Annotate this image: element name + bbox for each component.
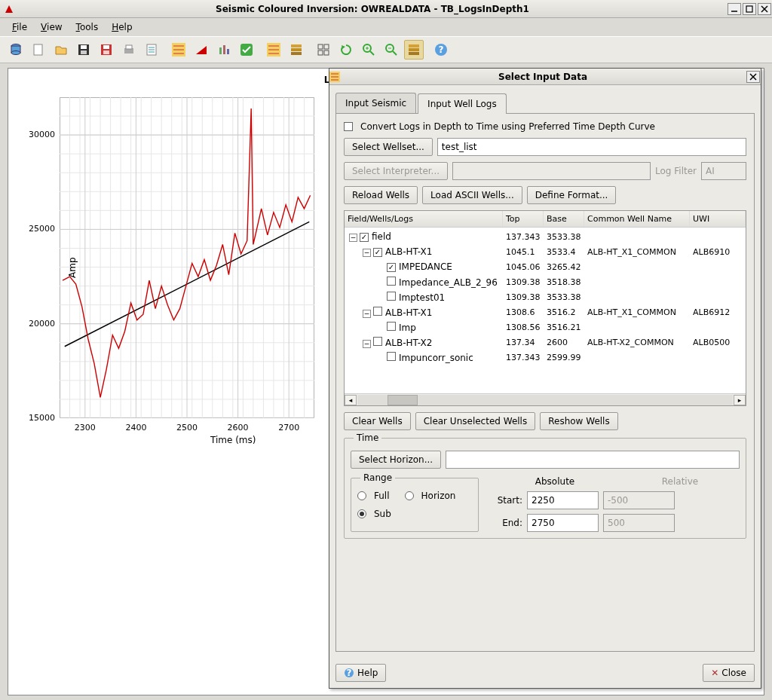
col-base[interactable]: Base [544, 211, 584, 227]
radio-horizon[interactable] [405, 491, 414, 500]
clear-wells-button[interactable]: Clear Wells [344, 412, 411, 430]
wells-tree[interactable]: Field/Wells/Logs Top Base Common Well Na… [344, 210, 746, 406]
svg-rect-30 [291, 52, 302, 55]
row-checkbox[interactable] [387, 322, 396, 331]
tree-row[interactable]: Impuncorr_sonic137.3432599.99 [345, 350, 746, 365]
reshow-wells-button[interactable]: Reshow Wells [540, 412, 617, 430]
col-uwi[interactable]: UWI [690, 211, 746, 227]
scroll-right-icon[interactable]: ▸ [734, 395, 746, 405]
scroll-left-icon[interactable]: ◂ [345, 395, 357, 405]
svg-rect-13 [103, 45, 109, 49]
define-format-button[interactable]: Define Format... [527, 186, 617, 204]
tree-row[interactable]: −✓field137.3433533.38 [345, 229, 746, 244]
wedge-icon[interactable] [191, 40, 211, 60]
row-checkbox[interactable] [373, 307, 382, 316]
print-icon[interactable] [119, 40, 139, 60]
svg-rect-34 [324, 50, 329, 55]
svg-marker-0 [5, 5, 13, 13]
rel-start-input [603, 491, 675, 509]
row-checkbox[interactable] [373, 337, 382, 346]
row-checkbox[interactable] [387, 277, 396, 286]
row-checkbox[interactable]: ✓ [373, 248, 382, 257]
horizon-input[interactable] [446, 451, 740, 469]
expand-icon[interactable]: − [363, 310, 371, 318]
wellset-input[interactable] [437, 138, 746, 156]
bars-icon[interactable] [214, 40, 234, 60]
zoom-out-icon[interactable] [381, 40, 401, 60]
expand-icon[interactable]: − [363, 249, 371, 257]
reload-wells-button[interactable]: Reload Wells [344, 186, 418, 204]
tree-row[interactable]: −ALB-HT-X2137.342600ALB-HT-X2_COMMONALB0… [345, 335, 746, 350]
radio-full[interactable] [357, 491, 366, 500]
row-name: field [372, 231, 391, 242]
col-top[interactable]: Top [503, 211, 544, 227]
tab-input-well-logs[interactable]: Input Well Logs [418, 93, 507, 114]
dialog-tabs: Input Seismic Input Well Logs [335, 93, 755, 113]
convert-checkbox[interactable] [344, 122, 353, 131]
row-checkbox[interactable] [387, 292, 396, 301]
help-button[interactable]: ?Help [335, 664, 386, 682]
zoom-in-icon[interactable] [359, 40, 378, 60]
row-checkbox[interactable]: ✓ [387, 263, 396, 272]
new-icon[interactable] [29, 40, 48, 60]
tree-row[interactable]: Imptest011309.383533.38 [345, 289, 746, 304]
row-base: 3533.38 [544, 292, 584, 302]
svg-rect-32 [324, 44, 329, 49]
tree-row[interactable]: −ALB-HT-X11308.63516.2ALB-HT_X1_COMMONAL… [345, 304, 746, 319]
maximize-button[interactable] [743, 3, 756, 15]
tab-input-seismic[interactable]: Input Seismic [335, 93, 416, 113]
layers-icon[interactable] [286, 40, 306, 60]
tree-row[interactable]: ✓IMPEDANCE1045.063265.42 [345, 259, 746, 274]
log-filter-input [701, 162, 746, 180]
close-button[interactable]: ✕Close [703, 664, 755, 682]
grid-icon[interactable] [314, 40, 333, 60]
start-input[interactable] [527, 491, 599, 509]
col-field[interactable]: Field/Wells/Logs [345, 211, 503, 227]
row-checkbox[interactable] [387, 352, 396, 361]
y-tick: 30000 [22, 130, 55, 139]
menu-tools[interactable]: Tools [70, 20, 105, 34]
expand-icon[interactable]: − [349, 234, 357, 242]
seismic2-icon[interactable] [264, 40, 283, 60]
check-icon[interactable] [237, 40, 256, 60]
help-icon[interactable]: ? [431, 40, 451, 60]
load-ascii-button[interactable]: Load ASCII Wells... [422, 186, 522, 204]
select-horizon-button[interactable]: Select Horizon... [351, 451, 441, 469]
radio-sub[interactable] [357, 509, 366, 518]
end-input[interactable] [527, 514, 599, 532]
minimize-button[interactable] [728, 3, 741, 15]
interpreter-input [452, 162, 651, 180]
close-window-button[interactable] [758, 3, 771, 15]
tree-hscroll[interactable]: ◂ ▸ [345, 393, 746, 405]
layers2-icon[interactable] [404, 40, 424, 60]
menu-view[interactable]: View [35, 20, 68, 34]
tree-row[interactable]: Imp1308.563516.21 [345, 319, 746, 335]
tree-row[interactable]: Impedance_ALB_2_961309.383518.38 [345, 274, 746, 289]
seismic1-icon[interactable] [169, 40, 188, 60]
refresh-icon[interactable] [336, 40, 356, 60]
svg-rect-33 [318, 50, 323, 55]
clear-unselected-button[interactable]: Clear Unselected Wells [415, 412, 536, 430]
db-icon[interactable] [6, 40, 26, 60]
row-top: 1308.56 [503, 322, 544, 332]
row-base: 3516.2 [544, 307, 584, 317]
expand-icon[interactable]: − [363, 340, 371, 348]
select-wellset-button[interactable]: Select Wellset... [344, 138, 433, 156]
menu-help[interactable]: Help [106, 20, 138, 34]
scroll-thumb[interactable] [388, 395, 418, 405]
row-checkbox[interactable]: ✓ [360, 233, 369, 242]
save-red-icon[interactable] [96, 40, 116, 60]
svg-marker-22 [196, 46, 207, 54]
dialog-close-icon[interactable] [746, 71, 760, 83]
col-cwn[interactable]: Common Well Name [584, 211, 690, 227]
menu-file[interactable]: File [6, 20, 33, 34]
tree-row[interactable]: −✓ALB-HT-X11045.13533.4ALB-HT_X1_COMMONA… [345, 244, 746, 259]
open-icon[interactable] [51, 40, 71, 60]
row-base: 3533.4 [544, 247, 584, 257]
row-name: IMPEDANCE [399, 261, 452, 272]
save-icon[interactable] [74, 40, 93, 60]
row-cwn: ALB-HT_X1_COMMON [584, 307, 690, 317]
report-icon[interactable] [142, 40, 161, 60]
svg-rect-24 [223, 45, 225, 54]
row-base: 3518.38 [544, 277, 584, 287]
